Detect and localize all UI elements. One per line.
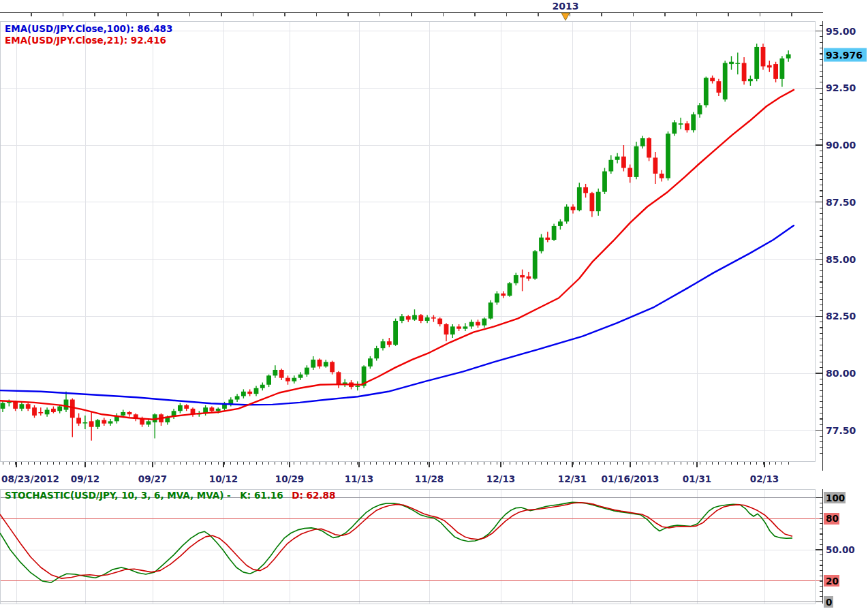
date-tick-label: 01/31 [683,473,712,484]
stochastic-axis: 1008050.00200 [816,489,855,608]
date-tick-label: 02/13 [750,473,779,484]
chart-svg: 2013 95.0092.5090.0087.5085.0082.5080.00… [0,0,868,609]
date-tick-label: 12/31 [558,473,587,484]
x-axis: 08/23/201209/1209/2710/1210/2911/1311/28… [1,462,788,485]
legend-stochastic-k: K: 61.16 [240,490,283,501]
date-tick-label: 10/12 [209,473,238,484]
legend-stochastic: STOCHASTIC(USD/JPY, 10, 3, 6, MVA, MVA) … [5,490,335,501]
date-tick-label: 11/13 [345,473,374,484]
price-axis: 95.0092.5090.0087.5085.0082.5080.0077.50 [816,21,856,471]
stoch-level-label: 0 [826,597,832,608]
main-plot[interactable]: 95.0092.5090.0087.5085.0082.5080.0077.50… [0,21,867,471]
stochastic-d-line [0,503,792,578]
date-tick-label: 01/16/2013 [601,473,659,484]
date-tick-label: 08/23/2012 [1,473,59,484]
price-tick-label: 92.50 [826,82,856,93]
ema21-line [0,90,794,420]
price-tick-label: 82.50 [826,311,856,322]
legend-stochastic-d: D: 62.88 [292,490,335,501]
last-price-value: 93.976 [826,50,863,61]
year-axis: 2013 [0,1,823,20]
last-price-marker: 93.976 [824,48,867,62]
legend-stochastic-label: STOCHASTIC(USD/JPY, 10, 3, 6, MVA, MVA) … [5,490,231,501]
date-tick-label: 09/12 [71,473,100,484]
year-label: 2013 [553,1,579,12]
candlestick-series [1,44,791,441]
price-tick-label: 90.00 [826,140,856,151]
date-tick-label: 12/13 [486,473,516,484]
legend-ema100: EMA(USD/JPY.Close,100): 86.483 [5,23,172,34]
date-tick-label: 11/28 [415,473,444,484]
stoch-level-label: 50.00 [826,544,855,555]
price-tick-label: 77.50 [826,425,856,436]
price-tick-label: 80.00 [826,368,856,379]
price-tick-label: 87.50 [826,197,856,208]
stoch-level-label: 20 [826,576,839,587]
stochastic-panel[interactable]: 1008050.00200 STOCHASTIC(USD/JPY, 10, 3,… [0,489,855,608]
ema100-line [0,225,794,405]
date-tick-label: 10/29 [275,473,305,484]
trading-chart-window: 2013 95.0092.5090.0087.5085.0082.5080.00… [0,0,868,609]
price-tick-label: 95.00 [826,26,856,37]
stoch-level-label: 100 [826,493,845,503]
ema-lines [0,90,794,420]
year-start-marker-icon [561,13,570,20]
stochastic-lines [0,502,792,582]
stoch-level-label: 80 [826,513,839,524]
stochastic-k-line [0,502,792,582]
legend-ema21: EMA(USD/JPY.Close,21): 92.416 [5,35,166,46]
date-tick-label: 09/27 [138,473,168,484]
price-tick-label: 85.00 [826,254,856,265]
